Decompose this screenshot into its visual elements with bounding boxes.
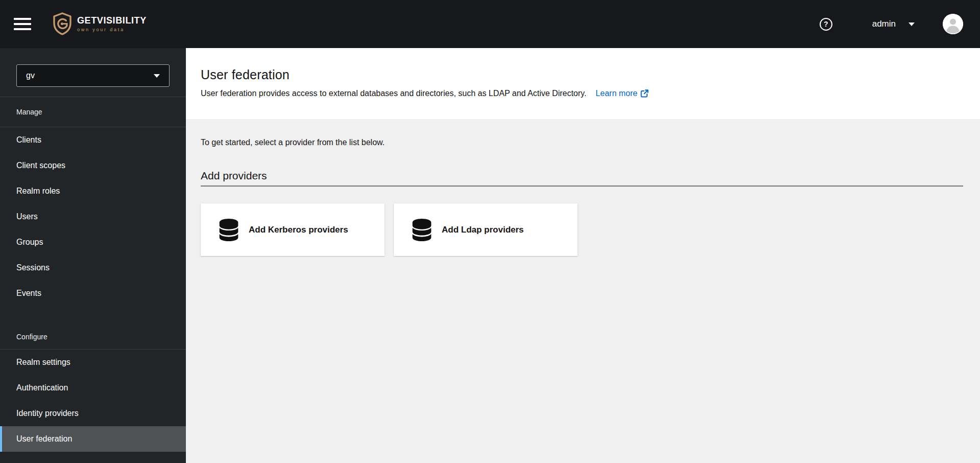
realm-selector[interactable]: gv	[16, 64, 170, 87]
page-header: User federation User federation provides…	[186, 48, 980, 119]
brand-text: GETVISIBILITY own your data	[77, 16, 147, 32]
main-area: User federation User federation provides…	[186, 48, 980, 463]
content-section: To get started, select a provider from t…	[186, 119, 980, 463]
page-title: User federation	[201, 67, 963, 82]
sidebar-item-authentication[interactable]: Authentication	[0, 375, 186, 401]
external-link-icon	[640, 89, 649, 98]
sidebar-item-groups[interactable]: Groups	[0, 229, 186, 255]
chevron-down-icon	[154, 74, 160, 78]
sidebar-item-clients[interactable]: Clients	[0, 127, 186, 153]
learn-more-link[interactable]: Learn more	[595, 89, 649, 98]
sidebar: gv Manage Clients Client scopes Realm ro…	[0, 48, 186, 463]
sidebar-item-client-scopes[interactable]: Client scopes	[0, 153, 186, 178]
sidebar-item-realm-settings[interactable]: Realm settings	[0, 350, 186, 375]
brand-tagline: own your data	[77, 27, 147, 32]
add-ldap-providers-card[interactable]: Add Ldap providers	[394, 203, 578, 256]
learn-more-label: Learn more	[595, 89, 637, 98]
brand-name: GETVISIBILITY	[77, 16, 147, 25]
sidebar-item-identity-providers[interactable]: Identity providers	[0, 401, 186, 426]
avatar-person-icon	[943, 14, 963, 34]
avatar[interactable]	[943, 14, 963, 34]
realm-selector-container: gv	[0, 48, 186, 97]
sidebar-item-events[interactable]: Events	[0, 281, 186, 306]
masthead: GETVISIBILITY own your data ? admin	[0, 0, 980, 48]
help-icon[interactable]: ?	[820, 18, 832, 31]
provider-cards: Add Kerberos providers Add Ldap provider…	[201, 203, 963, 256]
sidebar-item-users[interactable]: Users	[0, 204, 186, 229]
add-providers-heading: Add providers	[201, 170, 963, 187]
user-menu[interactable]: admin	[872, 19, 915, 29]
realm-selector-value: gv	[26, 71, 35, 80]
card-label: Add Ldap providers	[442, 225, 524, 235]
database-icon	[218, 218, 240, 242]
hamburger-menu-icon[interactable]	[14, 18, 31, 30]
chevron-down-icon	[909, 22, 915, 26]
shield-logo-icon	[52, 12, 73, 36]
card-label: Add Kerberos providers	[249, 225, 348, 235]
sidebar-item-realm-roles[interactable]: Realm roles	[0, 178, 186, 204]
add-kerberos-providers-card[interactable]: Add Kerberos providers	[201, 203, 385, 256]
user-menu-label: admin	[872, 19, 896, 29]
intro-text: To get started, select a provider from t…	[201, 138, 963, 147]
sidebar-item-user-federation[interactable]: User federation	[0, 426, 186, 452]
brand-logo[interactable]: GETVISIBILITY own your data	[52, 12, 147, 36]
page-description: User federation provides access to exter…	[201, 89, 586, 98]
sidebar-item-sessions[interactable]: Sessions	[0, 255, 186, 281]
nav-section-manage: Manage	[0, 97, 186, 127]
nav-section-configure: Configure	[0, 325, 186, 350]
database-icon	[411, 218, 433, 242]
